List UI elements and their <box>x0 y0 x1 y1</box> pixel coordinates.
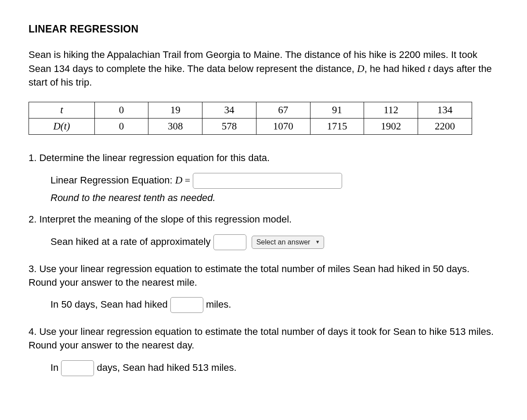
q1-label-pre: Linear Regression Equation: <box>51 175 175 186</box>
q4-text-pre: In <box>51 362 61 373</box>
table-cell: 0 <box>94 118 148 135</box>
intro-text-2: , he had hiked <box>365 63 428 74</box>
days-513miles-input[interactable] <box>61 360 94 376</box>
table-cell: 91 <box>310 102 364 118</box>
table-cell: 1902 <box>364 118 418 135</box>
q1-var-D: D <box>175 175 183 186</box>
q3-text-pre: In 50 days, Sean had hiked <box>51 299 170 310</box>
section-title: LINEAR REGRESSION <box>29 22 498 36</box>
q1-hint: Round to the nearest tenth as needed. <box>51 191 498 205</box>
row-header-t: t <box>29 102 95 118</box>
table-cell: 67 <box>256 102 310 118</box>
question-4-prompt: 4. Use your linear regression equation t… <box>29 325 498 352</box>
q3-text-post: miles. <box>206 299 231 310</box>
intro-paragraph: Sean is hiking the Appalachian Trail fro… <box>29 48 498 90</box>
table-cell: 1070 <box>256 118 310 135</box>
intro-var-D: D <box>357 63 365 74</box>
table-cell: 578 <box>202 118 256 135</box>
regression-equation-input[interactable] <box>193 173 342 189</box>
table-cell: 1715 <box>310 118 364 135</box>
table-cell: 134 <box>418 102 472 118</box>
q1-equals: = <box>182 175 192 186</box>
q2-text-pre: Sean hiked at a rate of approximately <box>51 236 213 247</box>
question-1-prompt: 1. Determine the linear regression equat… <box>29 151 498 165</box>
miles-50days-input[interactable] <box>170 297 203 313</box>
slope-rate-input[interactable] <box>213 234 246 250</box>
slope-units-select[interactable]: Select an answer ▼ <box>252 236 324 249</box>
question-3-prompt: 3. Use your linear regression equation t… <box>29 262 498 290</box>
question-3-answer: In 50 days, Sean had hiked miles. <box>29 297 498 313</box>
table-row: t 0 19 34 67 91 112 134 <box>29 102 472 118</box>
question-1-answer: Linear Regression Equation: D = Round to… <box>29 173 498 205</box>
question-2-prompt: 2. Interpret the meaning of the slope of… <box>29 213 498 226</box>
table-cell: 0 <box>94 102 148 118</box>
table-cell: 2200 <box>418 118 472 135</box>
table-cell: 112 <box>364 102 418 118</box>
question-4-answer: In days, Sean had hiked 513 miles. <box>29 360 498 376</box>
table-row: D(t) 0 308 578 1070 1715 1902 2200 <box>29 118 472 135</box>
data-table: t 0 19 34 67 91 112 134 D(t) 0 308 578 1… <box>29 102 472 135</box>
question-2-answer: Sean hiked at a rate of approximately Se… <box>29 234 498 250</box>
table-cell: 19 <box>148 102 202 118</box>
table-cell: 34 <box>202 102 256 118</box>
select-placeholder-text: Select an answer <box>256 237 310 247</box>
q4-text-post: days, Sean had hiked 513 miles. <box>97 362 237 373</box>
chevron-down-icon: ▼ <box>315 239 320 245</box>
row-header-Dt: D(t) <box>29 118 95 135</box>
table-cell: 308 <box>148 118 202 135</box>
